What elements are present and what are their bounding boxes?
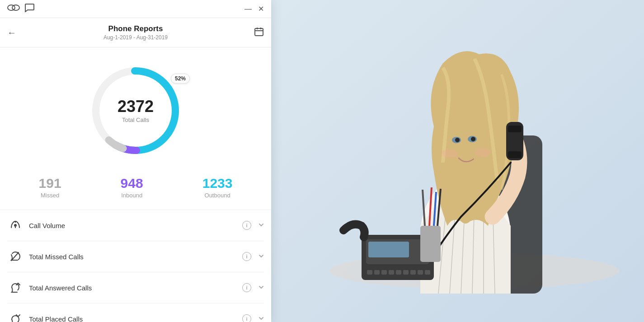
svg-rect-42 — [403, 270, 409, 275]
stats-row: 191 Missed 948 Inbound 1233 Outbound — [0, 169, 271, 210]
svg-point-11 — [14, 224, 17, 227]
missed-label: Missed — [39, 192, 61, 199]
svg-rect-43 — [410, 270, 416, 275]
svg-rect-37 — [367, 270, 372, 275]
answered-calls-icon — [7, 280, 24, 296]
total-missed-calls-chevron — [259, 253, 264, 260]
svg-rect-2 — [255, 28, 263, 36]
call-volume-label: Call Volume — [29, 222, 239, 229]
outbound-count: 1233 — [202, 177, 233, 190]
inbound-label: Inbound — [121, 192, 143, 199]
call-volume-chevron — [259, 222, 264, 229]
svg-rect-45 — [425, 270, 430, 275]
call-volume-info[interactable]: i — [242, 221, 251, 230]
svg-point-1 — [12, 5, 19, 10]
date-range: Aug-1-2019 - Aug-31-2019 — [22, 34, 249, 41]
total-missed-calls-label: Total Missed Calls — [29, 253, 239, 261]
chart-section: 2372 Total Calls 52% — [0, 47, 271, 169]
page-header: ← Phone Reports Aug-1-2019 - Aug-31-2019 — [0, 18, 271, 47]
svg-point-29 — [442, 149, 458, 158]
inbound-count: 948 — [121, 177, 143, 190]
percent-badge: 52% — [171, 74, 190, 84]
svg-rect-41 — [396, 270, 401, 275]
chat-icon[interactable] — [24, 3, 34, 14]
outbound-label: Outbound — [202, 192, 233, 199]
total-placed-calls-info[interactable]: i — [242, 314, 251, 322]
report-list: Call Volume i Total Missed Calls i — [0, 210, 271, 322]
photo-section — [271, 0, 644, 322]
svg-rect-39 — [381, 270, 387, 275]
main-content: 2372 Total Calls 52% 191 Missed 948 Inbo… — [0, 47, 271, 322]
svg-rect-36 — [368, 242, 409, 257]
call-volume-item[interactable]: Call Volume i — [7, 210, 264, 241]
back-button[interactable]: ← — [7, 28, 22, 38]
svg-rect-33 — [508, 151, 522, 158]
stat-missed: 191 Missed — [39, 177, 61, 199]
app-window: — ✕ ← Phone Reports Aug-1-2019 - Aug-31-… — [0, 0, 271, 322]
page-title: Phone Reports — [22, 24, 249, 33]
total-calls-label: Total Calls — [118, 117, 154, 123]
donut-center: 2372 Total Calls — [118, 98, 154, 123]
total-missed-calls-item[interactable]: Total Missed Calls i — [7, 241, 264, 272]
minimize-button[interactable]: — — [244, 5, 252, 13]
stat-outbound: 1233 Outbound — [202, 177, 233, 199]
stat-inbound: 948 Inbound — [121, 177, 143, 199]
close-button[interactable]: ✕ — [258, 5, 264, 13]
call-volume-icon — [7, 217, 24, 233]
total-missed-calls-info[interactable]: i — [242, 252, 251, 261]
svg-point-30 — [475, 148, 491, 157]
total-placed-calls-label: Total Placed Calls — [29, 315, 239, 322]
total-answered-calls-item[interactable]: Total Answered Calls i — [7, 272, 264, 303]
svg-rect-38 — [374, 270, 380, 275]
logo-icon — [7, 4, 20, 14]
total-answered-calls-chevron — [259, 284, 264, 291]
svg-rect-32 — [508, 126, 522, 132]
svg-point-27 — [455, 138, 460, 142]
total-placed-calls-chevron — [259, 315, 264, 322]
svg-rect-40 — [389, 270, 394, 275]
missed-calls-icon — [7, 248, 24, 265]
total-calls-number: 2372 — [118, 98, 154, 115]
header-center: Phone Reports Aug-1-2019 - Aug-31-2019 — [22, 24, 249, 41]
svg-point-28 — [471, 137, 475, 141]
total-answered-calls-label: Total Answered Calls — [29, 284, 239, 292]
placed-calls-icon — [7, 311, 24, 322]
total-placed-calls-item[interactable]: Total Placed Calls i — [7, 303, 264, 322]
donut-chart: 2372 Total Calls 52% — [86, 61, 185, 160]
title-bar-right: — ✕ — [244, 5, 264, 13]
missed-count: 191 — [39, 177, 61, 190]
title-bar: — ✕ — [0, 0, 271, 18]
title-bar-left — [7, 3, 34, 14]
calendar-button[interactable] — [249, 27, 264, 39]
svg-rect-46 — [420, 226, 441, 262]
total-answered-calls-info[interactable]: i — [242, 283, 251, 292]
background-illustration — [271, 0, 644, 322]
svg-rect-44 — [418, 270, 423, 275]
